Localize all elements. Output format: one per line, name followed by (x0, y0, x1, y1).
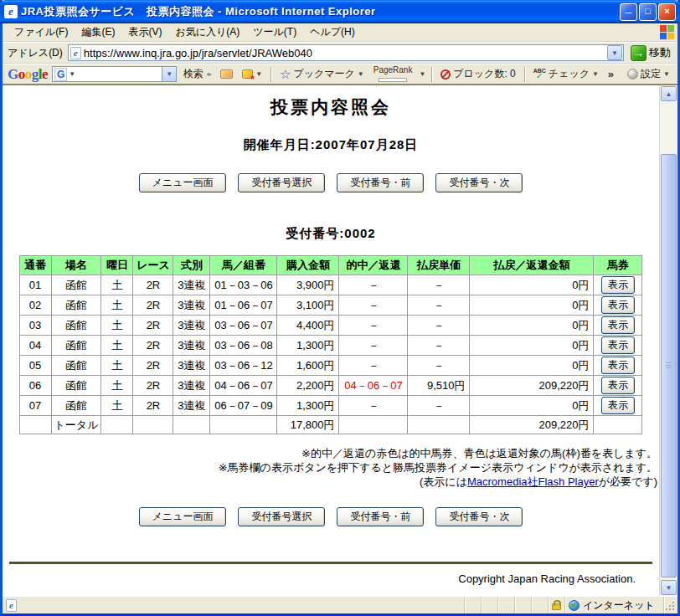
menu-item-view[interactable]: 表示(V) (121, 23, 168, 41)
cell-ticket: 表示 (594, 336, 642, 356)
cell-race: 2R (133, 336, 173, 356)
pagerank-label: PageRank (373, 66, 413, 74)
col-header-combo: 馬／組番 (210, 256, 277, 275)
cell-unit: － (408, 336, 470, 356)
address-field: e ▼ (68, 44, 624, 61)
col-header-unit: 払戻単価 (408, 256, 470, 275)
status-pane (515, 597, 532, 613)
google-logo[interactable]: Google (8, 66, 48, 83)
search-history-dropdown-button[interactable]: ▼ (162, 67, 176, 81)
cell-type: 3連複 (173, 336, 210, 356)
show-ticket-button[interactable]: 表示 (601, 357, 635, 374)
cell-combo: 03－06－08 (210, 336, 277, 356)
menu-item-favorites[interactable]: お気に入り(A) (168, 23, 246, 41)
menu-item-tools[interactable]: ツール(T) (246, 23, 303, 41)
receipt-select-button-bottom[interactable]: 受付番号選択 (238, 507, 325, 526)
cell-combo: 03－06－07 (210, 316, 277, 336)
spellcheck-button[interactable]: ABC✓ チェック ▼ (531, 65, 601, 83)
cell-race: 2R (133, 396, 173, 416)
show-ticket-button[interactable]: 表示 (601, 276, 635, 294)
col-header-amount: 購入金額 (277, 256, 339, 275)
cell-combo (210, 416, 277, 434)
cell-place: 函館 (51, 316, 101, 336)
show-ticket-button[interactable]: 表示 (601, 316, 635, 334)
status-pane (532, 597, 549, 613)
cell-no: 01 (19, 275, 51, 295)
popup-blocked-count: ブロック数: 0 (453, 67, 515, 81)
show-ticket-button[interactable]: 表示 (601, 336, 635, 354)
highlight-button[interactable]: ▼ (240, 68, 265, 80)
scroll-thumb[interactable] (661, 154, 677, 578)
resize-grip[interactable] (664, 597, 677, 613)
sitesearch-button[interactable] (218, 68, 235, 80)
receipt-number: 受付番号:0002 (3, 226, 659, 242)
cell-type (173, 416, 210, 434)
show-ticket-button[interactable]: 表示 (601, 296, 635, 314)
address-input[interactable] (81, 47, 607, 59)
popup-blocker-button[interactable]: ブロック数: 0 (438, 65, 518, 83)
page-title: 投票内容照会 (3, 95, 659, 119)
chevron-down-icon: ▼ (592, 70, 599, 78)
cell-hit: － (339, 275, 408, 295)
flash-player-link[interactable]: Macromedia社Flash Player (467, 475, 599, 488)
cell-combo: 03－06－12 (210, 356, 277, 376)
cell-hit: 04－06－07 (339, 376, 408, 396)
cell-amount: 1,300円 (277, 396, 339, 416)
cell-no: 04 (19, 336, 51, 356)
vertical-scrollbar: ▲ ▼ (659, 85, 677, 596)
settings-button[interactable]: 設定 ▼ (625, 65, 672, 83)
browser-viewport: 投票内容照会 開催年月日:2007年07月28日 メニュー画面 受付番号選択 受… (3, 85, 677, 596)
cell-hit: － (339, 316, 408, 336)
cell-ticket: 表示 (594, 396, 642, 416)
cell-combo: 04－06－07 (210, 376, 277, 396)
google-search-button[interactable]: 検索 ◂▸ (181, 65, 214, 83)
receipt-next-button-bottom[interactable]: 受付番号・次 (435, 507, 523, 526)
cell-type: 3連複 (173, 316, 210, 336)
note-flash-prefix: (表示には (420, 475, 467, 488)
cell-place: トータル (51, 416, 101, 434)
cell-race: 2R (133, 295, 173, 316)
bookmarks-button[interactable]: ☆ ブックマーク ▼ (277, 65, 367, 83)
cell-type: 3連複 (173, 396, 210, 416)
minimize-button[interactable]: ─ (620, 3, 637, 21)
close-button[interactable]: × (658, 3, 676, 21)
google-search-input[interactable]: G ▼ ▼ (52, 66, 177, 82)
toolbar-overflow-button[interactable]: » (605, 68, 616, 80)
toolbar-separator (431, 67, 432, 82)
cell-hit: － (339, 396, 408, 416)
menu-screen-button[interactable]: メニュー画面 (139, 173, 227, 192)
show-ticket-button[interactable]: 表示 (601, 377, 635, 394)
menu-item-file[interactable]: ファイル(F) (8, 23, 75, 41)
col-header-ticket: 馬券 (594, 256, 642, 275)
cell-ticket: 表示 (594, 356, 642, 376)
maximize-button[interactable]: □ (639, 3, 657, 21)
cell-amount: 17,800円 (277, 416, 339, 434)
cell-no: 05 (19, 356, 51, 376)
receipt-next-button[interactable]: 受付番号・次 (435, 173, 523, 192)
receipt-prev-button-bottom[interactable]: 受付番号・前 (337, 507, 424, 526)
cell-unit: － (408, 316, 470, 336)
menu-item-help[interactable]: ヘルプ(H) (303, 23, 362, 41)
cell-day (101, 416, 133, 434)
receipt-prev-button[interactable]: 受付番号・前 (337, 173, 424, 192)
cell-race (133, 416, 173, 434)
chevron-down-icon: ▼ (663, 70, 670, 78)
receipt-select-button[interactable]: 受付番号選択 (238, 173, 325, 192)
pagerank-indicator[interactable]: PageRank (371, 64, 415, 84)
col-header-race: レース (133, 256, 173, 275)
menu-item-edit[interactable]: 編集(E) (75, 23, 121, 41)
menu-screen-button-bottom[interactable]: メニュー画面 (139, 507, 227, 526)
scroll-up-button[interactable]: ▲ (661, 86, 677, 101)
lock-icon (552, 603, 561, 610)
cell-unit: － (408, 356, 470, 376)
scroll-down-button[interactable]: ▼ (661, 580, 677, 595)
show-ticket-button[interactable]: 表示 (601, 397, 635, 414)
address-dropdown-button[interactable]: ▼ (607, 45, 622, 60)
address-bar: アドレス(D) e ▼ → 移動 (3, 42, 677, 64)
cell-amount: 3,900円 (277, 275, 339, 295)
scroll-track[interactable] (660, 102, 677, 579)
cell-unit: － (408, 295, 470, 316)
card-icon (220, 69, 233, 79)
go-button[interactable]: → 移動 (627, 45, 674, 61)
cell-day: 土 (101, 295, 133, 316)
